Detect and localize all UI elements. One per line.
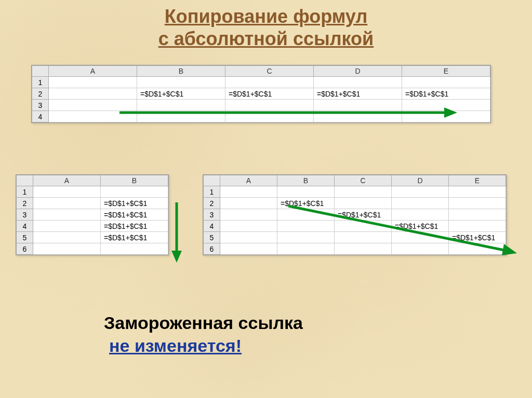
svg-marker-3 [171,251,182,263]
cell-A4[interactable] [220,221,277,232]
cell-A6[interactable] [33,243,101,255]
arrow-down-icon [169,201,184,264]
cell-B3[interactable]: =$D$1+$C$1 [101,209,168,221]
row-header-1[interactable]: 1 [17,186,33,198]
col-header-A[interactable]: A [49,66,137,77]
corner-cell [17,175,33,186]
row-header-6[interactable]: 6 [204,243,220,255]
col-header-A[interactable]: A [33,175,101,186]
col-header-E[interactable]: E [449,175,506,186]
row-header-3[interactable]: 3 [32,100,49,111]
svg-marker-5 [502,244,517,255]
svg-marker-1 [444,107,457,118]
row-header-1[interactable]: 1 [32,77,49,88]
cell-A3[interactable] [33,209,101,221]
cell-A2[interactable] [49,88,137,100]
cell-A1[interactable] [33,186,101,198]
arrow-diagonal-icon [286,203,520,260]
cell-A1[interactable] [49,77,137,88]
cell-B6[interactable] [101,243,168,255]
cell-A3[interactable] [220,209,277,221]
col-header-D[interactable]: D [392,175,449,186]
row-header-3[interactable]: 3 [17,209,33,221]
cell-B2[interactable]: =$D$1+$C$1 [137,88,225,100]
sheet-grid: A B 1 2=$D$1+$C$1 3=$D$1+$C$1 4=$D$1+$C$… [16,175,168,255]
cell-A6[interactable] [220,243,277,255]
col-header-A[interactable]: A [220,175,277,186]
cell-A2[interactable] [33,198,101,209]
cell-E1[interactable] [402,77,490,88]
spreadsheet-table-2: A B 1 2=$D$1+$C$1 3=$D$1+$C$1 4=$D$1+$C$… [16,174,169,255]
col-header-C[interactable]: C [225,66,314,77]
svg-line-4 [288,206,504,250]
cell-C1[interactable] [225,77,314,88]
col-header-B[interactable]: B [137,66,225,77]
cell-B4[interactable]: =$D$1+$C$1 [101,221,168,232]
col-header-B[interactable]: B [277,175,335,186]
row-header-2[interactable]: 2 [17,198,33,209]
cell-A2[interactable] [220,198,277,209]
col-header-B[interactable]: B [101,175,168,186]
cell-C2[interactable]: =$D$1+$C$1 [225,88,314,100]
col-header-C[interactable]: C [335,175,392,186]
corner-cell [32,66,49,77]
cell-A5[interactable] [220,232,277,243]
row-header-2[interactable]: 2 [204,198,220,209]
row-header-6[interactable]: 6 [17,243,33,255]
arrow-right-icon [117,105,460,120]
cell-B2[interactable]: =$D$1+$C$1 [101,198,168,209]
cell-C1[interactable] [335,186,392,198]
bottom-text: Замороженная ссылка не изменяется! [104,311,303,357]
row-header-2[interactable]: 2 [32,88,49,100]
cell-B5[interactable]: =$D$1+$C$1 [101,232,168,243]
row-header-3[interactable]: 3 [204,209,220,221]
corner-cell [204,175,220,186]
bottom-line-1: Замороженная ссылка [104,311,303,334]
cell-E2[interactable]: =$D$1+$C$1 [402,88,490,100]
row-header-5[interactable]: 5 [204,232,220,243]
row-header-4[interactable]: 4 [17,221,33,232]
title-line-2: с абсолютной ссылкой [0,28,532,50]
cell-A1[interactable] [220,186,277,198]
row-header-1[interactable]: 1 [204,186,220,198]
cell-B1[interactable] [277,186,335,198]
cell-E1[interactable] [449,186,506,198]
slide-title: Копирование формул с абсолютной ссылкой [0,0,532,50]
row-header-4[interactable]: 4 [32,111,49,122]
cell-D1[interactable] [314,77,402,88]
cell-A5[interactable] [33,232,101,243]
title-line-1: Копирование формул [0,5,532,28]
col-header-D[interactable]: D [314,66,402,77]
row-header-5[interactable]: 5 [17,232,33,243]
cell-D2[interactable]: =$D$1+$C$1 [314,88,402,100]
cell-A4[interactable] [33,221,101,232]
cell-D1[interactable] [392,186,449,198]
bottom-line-2: не изменяется! [104,334,303,357]
cell-B1[interactable] [101,186,168,198]
col-header-E[interactable]: E [402,66,490,77]
cell-B1[interactable] [137,77,225,88]
row-header-4[interactable]: 4 [204,221,220,232]
